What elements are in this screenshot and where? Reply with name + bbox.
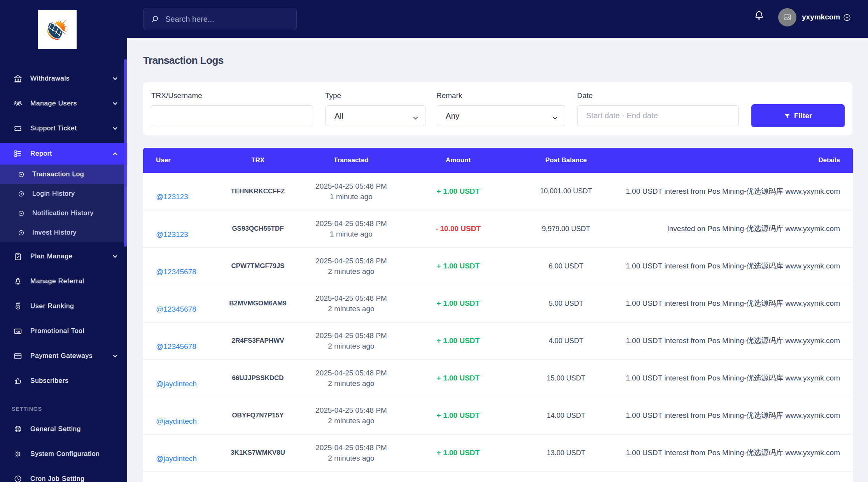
svg-text:Ad: Ad [16,330,20,333]
